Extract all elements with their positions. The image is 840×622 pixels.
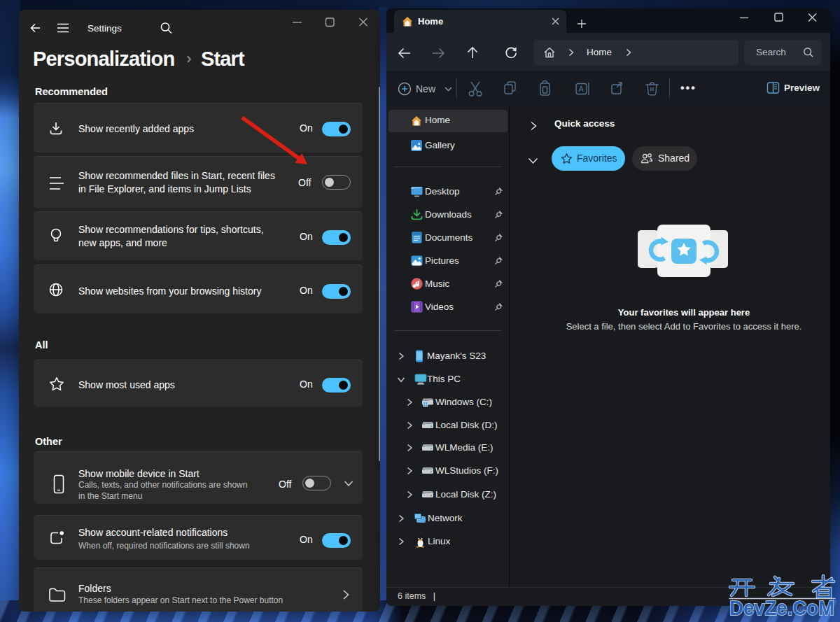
svg-text:New: New — [416, 83, 436, 94]
svg-text:A: A — [579, 85, 584, 93]
svg-text:DevZe.CoM: DevZe.CoM — [729, 596, 834, 619]
